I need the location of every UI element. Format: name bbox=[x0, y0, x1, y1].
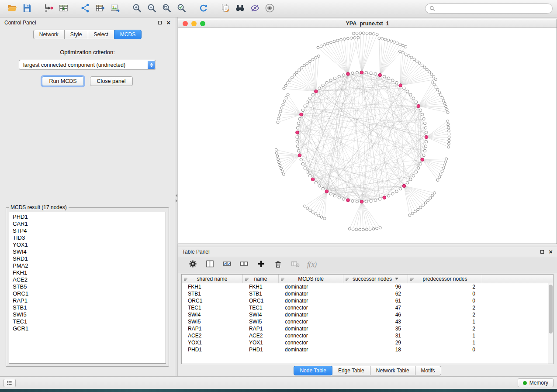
result-node[interactable]: TEC1 bbox=[9, 318, 166, 325]
export-network-button[interactable] bbox=[78, 2, 93, 15]
column-header-name[interactable]: name bbox=[243, 275, 279, 283]
result-node[interactable]: RAP1 bbox=[9, 297, 166, 304]
table-row[interactable]: YOX1YOX1connector291 bbox=[182, 339, 553, 346]
export-table-button[interactable] bbox=[93, 2, 107, 15]
zoom-selected-icon bbox=[176, 3, 187, 14]
import-network-icon bbox=[44, 3, 54, 14]
filter-chevron-icon[interactable] bbox=[395, 278, 398, 280]
memory-button[interactable]: Memory bbox=[518, 378, 554, 387]
table-row[interactable]: SWI5SWI5connector431 bbox=[182, 318, 553, 325]
column-label: successor nodes bbox=[353, 276, 392, 282]
search-input[interactable] bbox=[438, 6, 548, 12]
close-panel-icon[interactable]: × bbox=[166, 21, 170, 25]
tab-motifs[interactable]: Motifs bbox=[415, 366, 441, 375]
close-window-button[interactable] bbox=[183, 21, 188, 26]
hide-details-button[interactable] bbox=[247, 2, 262, 15]
import-table-button[interactable] bbox=[56, 2, 71, 15]
columns-button[interactable] bbox=[204, 259, 215, 270]
tab-node-table[interactable]: Node Table bbox=[294, 366, 332, 375]
result-node[interactable]: SWI5 bbox=[9, 311, 166, 318]
column-label: MCDS role bbox=[298, 276, 324, 282]
tab-select[interactable]: Select bbox=[88, 30, 114, 39]
column-header-shared-name[interactable]: shared name bbox=[182, 275, 243, 283]
result-node[interactable]: SRD1 bbox=[9, 255, 166, 262]
refresh-icon bbox=[198, 3, 208, 14]
result-node[interactable]: TID3 bbox=[9, 234, 166, 241]
result-node[interactable]: ORC1 bbox=[9, 290, 166, 297]
table-cell: 35 bbox=[343, 326, 408, 332]
result-node[interactable]: STB5 bbox=[9, 283, 166, 290]
zoom-fit-button[interactable] bbox=[159, 2, 174, 15]
tab-edge-table[interactable]: Edge Table bbox=[332, 366, 370, 375]
zoom-out-button[interactable] bbox=[144, 2, 159, 15]
table-row[interactable]: TEC1TEC1connector472 bbox=[182, 304, 553, 311]
table-panel-title: Table Panel bbox=[182, 249, 210, 255]
import-network-button[interactable] bbox=[41, 2, 56, 15]
table-row[interactable]: SWI4SWI4dominator462 bbox=[182, 311, 553, 318]
float-panel-icon[interactable] bbox=[158, 21, 162, 24]
result-node[interactable]: PHD1 bbox=[9, 213, 166, 220]
table-cell: SWI4 bbox=[243, 312, 279, 318]
table-row[interactable]: PHD1PHD1dominator180 bbox=[182, 346, 553, 353]
zoom-selected-button[interactable] bbox=[174, 2, 189, 15]
vertical-splitter[interactable] bbox=[175, 17, 178, 376]
result-node[interactable]: STP4 bbox=[9, 227, 166, 234]
gear-button[interactable] bbox=[187, 259, 198, 270]
mcds-result-list: PHD1CAR1STP4TID3YOX1SWI4SRD1PMA2FKH1ACE2… bbox=[9, 212, 166, 364]
result-node[interactable]: ACE2 bbox=[9, 276, 166, 283]
deselect-button[interactable] bbox=[239, 259, 249, 270]
column-header-mcds-role[interactable]: MCDS role bbox=[279, 275, 343, 283]
tab-style[interactable]: Style bbox=[64, 30, 88, 39]
table-cell: PHD1 bbox=[243, 347, 279, 353]
table-row[interactable]: ACE2ACE2connector311 bbox=[182, 332, 553, 339]
zoom-in-icon bbox=[132, 3, 142, 14]
desktop-background bbox=[0, 389, 557, 392]
add-button[interactable] bbox=[256, 259, 266, 270]
table-cell: RAP1 bbox=[182, 326, 243, 332]
copy-style-button[interactable] bbox=[218, 2, 232, 15]
result-node[interactable]: GCR1 bbox=[9, 325, 166, 332]
result-node[interactable]: CAR1 bbox=[9, 220, 166, 227]
float-table-panel-icon[interactable] bbox=[540, 250, 544, 254]
table-row[interactable]: RAP1RAP1dominator352 bbox=[182, 325, 553, 332]
table-cell: SWI5 bbox=[243, 319, 279, 325]
select-all-button[interactable] bbox=[221, 259, 232, 270]
tab-network-table[interactable]: Network Table bbox=[370, 366, 415, 375]
result-node[interactable]: YOX1 bbox=[9, 241, 166, 248]
result-node[interactable]: FKH1 bbox=[9, 269, 166, 276]
table-cell: 2 bbox=[408, 305, 482, 311]
table-scrollbar[interactable] bbox=[548, 283, 553, 364]
criterion-select[interactable]: largest connected component (undirected) bbox=[19, 60, 156, 70]
minimize-window-button[interactable] bbox=[191, 21, 197, 26]
zoom-in-button[interactable] bbox=[129, 2, 144, 15]
network-canvas[interactable] bbox=[178, 28, 557, 244]
result-node[interactable]: PMA2 bbox=[9, 262, 166, 269]
show-details-button[interactable] bbox=[262, 2, 277, 15]
column-header-predecessor-nodes[interactable]: predecessor nodes bbox=[408, 275, 482, 283]
run-mcds-button[interactable]: Run MCDS bbox=[42, 76, 83, 86]
export-image-button[interactable] bbox=[107, 2, 122, 15]
column-header-successor-nodes[interactable]: successor nodes bbox=[343, 275, 408, 283]
close-table-panel-icon[interactable]: × bbox=[549, 250, 553, 254]
open-file-button[interactable] bbox=[4, 2, 19, 15]
scrollbar-thumb[interactable] bbox=[549, 285, 553, 334]
table-row[interactable]: STB1STB1dominator620 bbox=[182, 290, 553, 297]
delete-button[interactable] bbox=[273, 259, 283, 270]
result-node[interactable]: SWI4 bbox=[9, 248, 166, 255]
table-cell: 2 bbox=[408, 326, 482, 332]
memory-label: Memory bbox=[529, 380, 548, 386]
column-header-filler bbox=[482, 275, 553, 283]
table-row[interactable]: ORC1ORC1dominator610 bbox=[182, 297, 553, 304]
close-panel-button[interactable]: Close panel bbox=[90, 76, 133, 86]
tab-mcds[interactable]: MCDS bbox=[114, 30, 142, 39]
refresh-button[interactable] bbox=[196, 2, 211, 15]
search-network-button[interactable] bbox=[232, 2, 247, 15]
table-row[interactable]: FKH1FKH1dominator962 bbox=[182, 283, 553, 290]
tab-network[interactable]: Network bbox=[33, 30, 65, 39]
save-session-button[interactable] bbox=[19, 2, 34, 15]
task-history-button[interactable] bbox=[3, 379, 16, 387]
table-cell: 29 bbox=[343, 340, 408, 346]
result-node[interactable]: STB1 bbox=[9, 304, 166, 311]
maximize-window-button[interactable] bbox=[200, 21, 205, 26]
search-box[interactable] bbox=[425, 3, 553, 14]
